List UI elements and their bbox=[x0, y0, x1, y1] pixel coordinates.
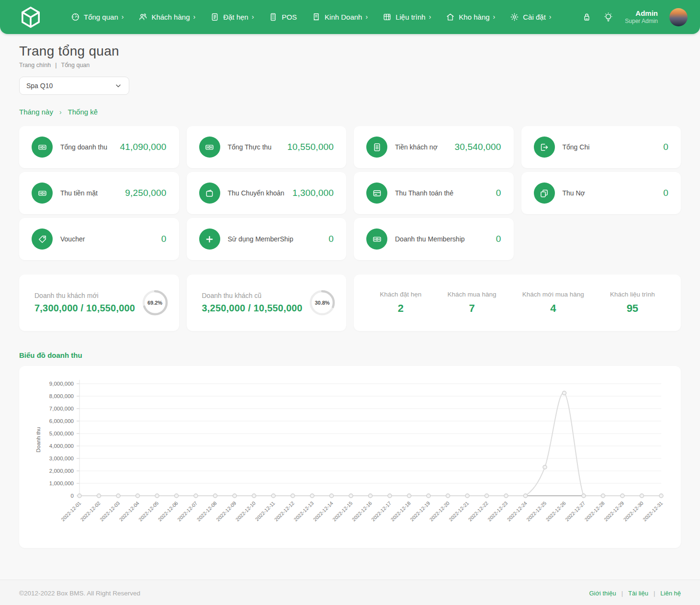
nav-item-tong-quan[interactable]: Tổng quan› bbox=[71, 12, 124, 22]
nav-item-dat-hen[interactable]: Đặt hẹn› bbox=[210, 12, 254, 22]
old-customer-donut: 30.8% bbox=[309, 289, 336, 316]
box-cube-logo[interactable] bbox=[18, 5, 43, 30]
svg-text:2022-12-29: 2022-12-29 bbox=[603, 500, 625, 523]
credit-card-icon bbox=[366, 183, 387, 204]
chart-point bbox=[427, 494, 430, 498]
period-tabs: Tháng này › Thống kê bbox=[19, 108, 681, 116]
new-customer-revenue-card: Doanh thu khách mới 7,300,000 / 10,550,0… bbox=[19, 274, 179, 331]
old-customer-label: Doanh thu khách cũ bbox=[202, 292, 303, 299]
nav-item-pos[interactable]: POS bbox=[269, 12, 297, 22]
stat-card-label: Tiền khách nợ bbox=[395, 143, 438, 151]
stat-card: Thu Thanh toán thẻ0 bbox=[354, 172, 514, 214]
stat-card: Sử dụng MemberShip0 bbox=[187, 218, 347, 260]
svg-text:2022-12-02: 2022-12-02 bbox=[79, 500, 102, 523]
nav-item-label: Khách hàng bbox=[151, 13, 190, 21]
chart-point bbox=[640, 494, 644, 498]
nav-item-kinh-doanh[interactable]: Kinh Doanh› bbox=[312, 12, 368, 22]
svg-text:2022-12-05: 2022-12-05 bbox=[137, 500, 160, 523]
counter: Khách mua hàng7 bbox=[448, 291, 497, 315]
chart-point bbox=[485, 494, 489, 498]
branch-select[interactable]: Spa Q10 bbox=[19, 77, 129, 95]
counter-label: Khách mới mua hàng bbox=[522, 291, 584, 298]
footer-link[interactable]: Tài liệu bbox=[628, 590, 648, 597]
counter: Khách mới mua hàng4 bbox=[522, 291, 584, 315]
chart-point bbox=[524, 494, 528, 498]
nav-item-kho-hang[interactable]: Kho hàng› bbox=[446, 12, 495, 22]
nav-item-lieu-trinh[interactable]: Liệu trình› bbox=[383, 12, 431, 22]
svg-text:Doanh thu: Doanh thu bbox=[35, 427, 41, 452]
tab-thong-ke[interactable]: Thống kê bbox=[68, 108, 98, 116]
stat-card-label: Voucher bbox=[60, 235, 85, 243]
chart-point bbox=[446, 494, 450, 498]
stat-card-label: Thu Chuyển khoản bbox=[228, 189, 284, 197]
chevron-right-icon: › bbox=[252, 13, 254, 21]
chart-point bbox=[465, 494, 469, 498]
breadcrumb-home[interactable]: Trang chính bbox=[19, 62, 51, 68]
stat-card-label: Thu Nợ bbox=[563, 189, 585, 197]
counter-label: Khách đặt hẹn bbox=[380, 291, 421, 298]
cash-icon bbox=[199, 137, 220, 158]
svg-text:2022-12-04: 2022-12-04 bbox=[118, 500, 140, 523]
nav-item-cai-dat[interactable]: Cài đặt› bbox=[510, 12, 551, 22]
breadcrumb-current: Tổng quan bbox=[61, 62, 90, 68]
nav-item-label: Kinh Doanh bbox=[325, 13, 362, 21]
old-customer-value: 3,250,000 / 10,550,000 bbox=[202, 303, 303, 314]
footer-link[interactable]: Giới thiệu bbox=[589, 590, 616, 597]
counter-value: 4 bbox=[522, 302, 584, 315]
user-block[interactable]: Admin Super Admin bbox=[625, 9, 658, 25]
stat-card: Tiền khách nợ30,540,000 bbox=[354, 126, 514, 168]
chart-point bbox=[659, 494, 663, 498]
pos-icon bbox=[269, 12, 278, 22]
cash-icon bbox=[366, 228, 387, 250]
svg-text:0: 0 bbox=[71, 493, 74, 499]
chart-point bbox=[97, 494, 101, 498]
svg-text:2022-12-09: 2022-12-09 bbox=[215, 500, 237, 523]
stat-card-label: Thu Thanh toán thẻ bbox=[395, 189, 453, 197]
breadcrumb: Trang chính | Tổng quan bbox=[19, 62, 681, 68]
chevron-right-icon: › bbox=[493, 13, 496, 21]
chart-point bbox=[388, 494, 392, 498]
old-customer-percent: 30.8% bbox=[309, 289, 336, 316]
footer: ©2012-2022 Box BMS. All Right Reserved G… bbox=[0, 580, 700, 605]
stat-card-value: 30,540,000 bbox=[454, 142, 501, 152]
tab-thang-nay[interactable]: Tháng này bbox=[19, 108, 53, 116]
footer-link-separator: | bbox=[621, 590, 623, 597]
stat-card-label: Thu tiền mặt bbox=[60, 189, 98, 197]
svg-text:2022-12-03: 2022-12-03 bbox=[99, 500, 121, 523]
chart-point bbox=[369, 494, 373, 498]
stat-card-value: 0 bbox=[496, 188, 501, 198]
svg-text:2022-12-22: 2022-12-22 bbox=[467, 500, 489, 523]
chart-point bbox=[407, 494, 411, 498]
svg-text:2022-12-07: 2022-12-07 bbox=[176, 500, 199, 523]
copy-icon bbox=[534, 183, 555, 204]
stat-card-value: 0 bbox=[161, 234, 167, 244]
chart-point bbox=[349, 494, 353, 498]
stat-card-value: 0 bbox=[663, 142, 668, 152]
counter: Khách đặt hẹn2 bbox=[380, 291, 421, 315]
chart-point bbox=[271, 494, 275, 498]
plus-icon bbox=[199, 228, 220, 250]
chart-point bbox=[291, 494, 295, 498]
new-customer-donut: 69.2% bbox=[142, 289, 169, 316]
cash-icon bbox=[32, 137, 53, 158]
revenue-line-chart: 01,000,0002,000,0003,000,0004,000,0005,0… bbox=[19, 366, 681, 548]
stat-card-label: Tổng Thực thu bbox=[228, 143, 272, 151]
svg-text:2022-12-16: 2022-12-16 bbox=[350, 500, 373, 523]
nav-item-label: Liệu trình bbox=[395, 13, 426, 21]
stat-card: Doanh thu Membership0 bbox=[354, 218, 514, 260]
stat-card-label: Tổng doanh thu bbox=[60, 143, 107, 151]
svg-text:2022-12-17: 2022-12-17 bbox=[370, 500, 393, 523]
lock-icon[interactable] bbox=[582, 12, 592, 22]
nav-item-khach-hang[interactable]: Khách hàng› bbox=[138, 12, 195, 22]
chart-point bbox=[194, 494, 198, 498]
svg-text:2,000,000: 2,000,000 bbox=[49, 468, 74, 474]
stat-card-value: 41,090,000 bbox=[120, 142, 166, 152]
bulb-icon[interactable] bbox=[603, 12, 613, 22]
user-role: Super Admin bbox=[625, 18, 658, 25]
invoice-icon bbox=[366, 137, 387, 158]
avatar[interactable] bbox=[669, 8, 688, 26]
counter: Khách liệu trình95 bbox=[610, 291, 655, 315]
stat-card-value: 10,550,000 bbox=[287, 142, 334, 152]
svg-text:2022-12-14: 2022-12-14 bbox=[312, 500, 334, 523]
footer-link[interactable]: Liên hệ bbox=[660, 590, 681, 597]
